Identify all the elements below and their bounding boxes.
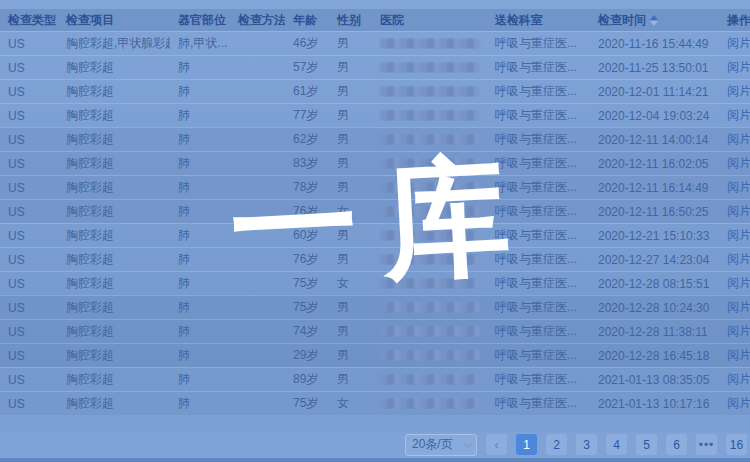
column-header-label: 操作 [727, 13, 750, 27]
view-images-link[interactable]: 阅片 [727, 276, 750, 290]
cell-hospital [372, 134, 487, 145]
cell-dept: 呼吸与重症医... [487, 179, 590, 196]
table-row: US胸腔彩超肺75岁女呼吸与重症医...2021-01-13 10:17:16阅… [0, 391, 750, 415]
cell-type: US [0, 229, 58, 243]
sort-caret-icon[interactable] [650, 15, 658, 26]
page-button[interactable]: 6 [666, 434, 687, 455]
cell-age: 77岁 [285, 107, 329, 124]
cell-age: 60岁 [285, 227, 329, 244]
table-row: US胸腔彩超肺75岁女呼吸与重症医...2020-12-28 08:15:51阅… [0, 271, 750, 295]
cell-type: US [0, 85, 58, 99]
table-row: US胸腔彩超肺76岁女呼吸与重症医...2020-12-11 16:50:25阅… [0, 199, 750, 223]
column-header-time[interactable]: 检查时间 [590, 12, 719, 29]
cell-item: 胸腔彩超 [58, 371, 170, 388]
view-images-link[interactable]: 阅片 [727, 108, 750, 122]
cell-item: 胸腔彩超 [58, 107, 170, 124]
cell-organ: 肺 [170, 83, 230, 100]
hospital-redaction-blur [380, 110, 480, 121]
table-row: US胸腔彩超肺74岁男呼吸与重症医...2020-12-28 11:38:11阅… [0, 319, 750, 343]
cell-type: US [0, 301, 58, 315]
column-header-action: 操作 [719, 12, 750, 29]
cell-action: 阅片 [719, 299, 750, 316]
hospital-redaction-blur [380, 206, 480, 217]
cell-hospital [372, 302, 487, 313]
page-size-select[interactable]: 20条/页 [405, 434, 477, 456]
cell-gender: 男 [329, 155, 372, 172]
cell-type: US [0, 133, 58, 147]
view-images-link[interactable]: 阅片 [727, 324, 750, 338]
cell-organ: 肺 [170, 203, 230, 220]
cell-organ: 肺 [170, 347, 230, 364]
column-header-dept: 送检科室 [487, 12, 590, 29]
cell-dept: 呼吸与重症医... [487, 83, 590, 100]
page-button[interactable]: 3 [576, 434, 597, 455]
cell-gender: 男 [329, 371, 372, 388]
column-header-label: 性别 [337, 13, 361, 27]
cell-age: 75岁 [285, 395, 329, 412]
column-header-age: 年龄 [285, 12, 329, 29]
cell-type: US [0, 61, 58, 75]
page-button[interactable]: 5 [636, 434, 657, 455]
view-images-link[interactable]: 阅片 [727, 36, 750, 50]
cell-gender: 男 [329, 83, 372, 100]
view-images-link[interactable]: 阅片 [727, 252, 750, 266]
prev-page-button[interactable]: ‹ [486, 434, 507, 455]
cell-gender: 女 [329, 395, 372, 412]
hospital-redaction-blur [380, 374, 480, 385]
cell-age: 75岁 [285, 299, 329, 316]
page-button[interactable]: 2 [546, 434, 567, 455]
cell-dept: 呼吸与重症医... [487, 155, 590, 172]
cell-action: 阅片 [719, 323, 750, 340]
cell-gender: 女 [329, 203, 372, 220]
cell-gender: 男 [329, 35, 372, 52]
cell-age: 29岁 [285, 347, 329, 364]
page-button[interactable]: 4 [606, 434, 627, 455]
cell-dept: 呼吸与重症医... [487, 299, 590, 316]
view-images-link[interactable]: 阅片 [727, 300, 750, 314]
column-header-label: 器官部位 [178, 13, 226, 27]
view-images-link[interactable]: 阅片 [727, 132, 750, 146]
cell-action: 阅片 [719, 203, 750, 220]
cell-hospital [372, 86, 487, 97]
cell-age: 76岁 [285, 203, 329, 220]
cell-age: 75岁 [285, 275, 329, 292]
view-images-link[interactable]: 阅片 [727, 372, 750, 386]
cell-action: 阅片 [719, 227, 750, 244]
cell-hospital [372, 158, 487, 169]
cell-action: 阅片 [719, 371, 750, 388]
hospital-redaction-blur [380, 326, 480, 337]
cell-hospital [372, 182, 487, 193]
cell-organ: 肺,甲状... [170, 35, 230, 52]
table-row: US胸腔彩超肺89岁男呼吸与重症医...2021-01-13 08:35:05阅… [0, 367, 750, 391]
cell-gender: 男 [329, 347, 372, 364]
cell-dept: 呼吸与重症医... [487, 131, 590, 148]
cell-time: 2020-11-25 13:50:01 [590, 61, 719, 75]
cell-organ: 肺 [170, 179, 230, 196]
page-button-active[interactable]: 1 [516, 434, 537, 455]
view-images-link[interactable]: 阅片 [727, 84, 750, 98]
table-row: US胸腔彩超肺29岁男呼吸与重症医...2020-12-28 16:45:18阅… [0, 343, 750, 367]
column-header-method: 检查方法 [230, 12, 285, 29]
column-header-label: 检查项目 [66, 13, 114, 27]
cell-organ: 肺 [170, 323, 230, 340]
cell-action: 阅片 [719, 251, 750, 268]
hospital-redaction-blur [380, 230, 480, 241]
view-images-link[interactable]: 阅片 [727, 156, 750, 170]
view-images-link[interactable]: 阅片 [727, 348, 750, 362]
cell-gender: 男 [329, 299, 372, 316]
page-button[interactable]: 16 [726, 434, 747, 455]
view-images-link[interactable]: 阅片 [727, 180, 750, 194]
view-images-link[interactable]: 阅片 [727, 396, 750, 410]
more-pages-button[interactable]: ••• [696, 434, 717, 455]
table-header-row: 检查类型检查项目器官部位检查方法年龄性别医院送检科室检查时间操作 [0, 9, 750, 31]
view-images-link[interactable]: 阅片 [727, 60, 750, 74]
cell-age: 57岁 [285, 59, 329, 76]
view-images-link[interactable]: 阅片 [727, 228, 750, 242]
cell-hospital [372, 398, 487, 409]
cell-time: 2020-12-21 15:10:33 [590, 229, 719, 243]
view-images-link[interactable]: 阅片 [727, 204, 750, 218]
table-row: US胸腔彩超肺61岁男呼吸与重症医...2020-12-01 11:14:21阅… [0, 79, 750, 103]
page-bottom-strip [0, 458, 750, 462]
cell-gender: 男 [329, 323, 372, 340]
cell-item: 胸腔彩超 [58, 275, 170, 292]
